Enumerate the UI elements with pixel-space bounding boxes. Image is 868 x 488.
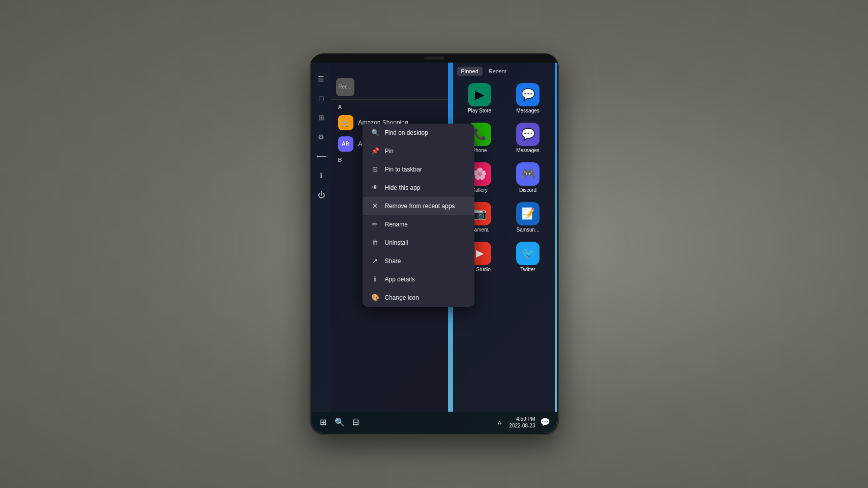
context-menu-item-remove-recent[interactable]: ✕ Remove from recent apps [363,197,474,215]
pinned-app-twitter[interactable]: 🐦 Twitter [505,239,551,275]
rename-label: Rename [385,221,408,228]
pin-taskbar-icon: ⊞ [371,165,380,174]
context-menu-item-uninstall[interactable]: 🗑 Uninstall [363,234,474,252]
remove-recent-icon: ✕ [371,202,380,211]
messages-icon-2: 💬 [516,123,540,146]
change-icon-label: Change icon [385,294,419,301]
twitter-icon: 🐦 [516,242,540,265]
phone-frame: ☰ ◻ ⊞ ⚙ ⟵ ℹ ⏻ Rec... A 🛒 [310,53,559,435]
rename-icon: ✏ [371,220,380,229]
section-header-a: A [331,102,448,112]
discord-label: Discord [519,187,536,193]
context-menu-item-pin[interactable]: 📌 Pin [363,142,474,160]
taskbar-chat-icon[interactable]: 💬 [540,417,551,428]
discord-icon: 🎮 [516,162,540,186]
pin-icon: 📌 [371,147,380,156]
messages-icon-1: 💬 [516,83,540,106]
remove-recent-label: Remove from recent apps [385,203,455,210]
phone-camera [424,56,444,60]
context-menu-item-pin-taskbar[interactable]: ⊞ Pin to taskbar [363,160,474,179]
hide-icon: 👁 [371,183,380,192]
context-menu-item-share[interactable]: ↗ Share [363,252,474,270]
find-on-desktop-icon: 🔍 [371,128,380,137]
tab-recent[interactable]: Recent [485,67,511,76]
taskbar-left: ⊞ 🔍 ⊟ [318,417,362,428]
pin-taskbar-label: Pin to taskbar [385,166,422,173]
sidebar-icon-power[interactable]: ⏻ [315,189,327,201]
sidebar-icon-usb[interactable]: ⟵ [315,150,327,162]
tab-pinned[interactable]: Pinned [457,67,483,76]
context-menu-item-rename[interactable]: ✏ Rename [363,215,474,234]
find-on-desktop-label: Find on desktop [385,129,428,136]
uninstall-label: Uninstall [385,239,408,246]
pinned-app-play-store[interactable]: ▶ Play Store [457,80,502,117]
app-details-label: App details [385,276,415,283]
phone-top-bar [310,53,559,63]
samsung-notes-icon: 📝 [516,202,540,225]
recent-app-icon[interactable]: Rec... [336,78,354,96]
taskbar-right: ∧ 4:59 PM 2022-08-23 💬 [494,416,550,429]
share-icon: ↗ [371,256,380,266]
sidebar-icon-settings[interactable]: ⚙ [315,131,327,143]
amazon-icon: 🛒 [338,115,353,130]
pin-label: Pin [385,148,394,155]
context-menu-item-app-details[interactable]: ℹ App details [363,270,474,289]
messages-label-1: Messages [516,108,540,113]
hide-label: Hide this app [385,184,421,191]
taskbar-windows-button[interactable]: ⊞ [318,417,329,428]
sidebar-icon-grid[interactable]: ⊞ [315,111,327,124]
ar-zone-icon: AR [338,136,353,152]
change-icon-icon: 🎨 [371,293,380,302]
samsung-notes-label: Samsun... [516,227,539,233]
sidebar-icon-apps[interactable]: ◻ [315,92,327,104]
taskbar: ⊞ 🔍 ⊟ ∧ 4:59 PM 2022-08-23 💬 [312,412,557,433]
left-sidebar: ☰ ◻ ⊞ ⚙ ⟵ ℹ ⏻ [312,63,331,412]
pinned-app-discord[interactable]: 🎮 Discord [505,159,551,196]
pinned-app-samsung-notes[interactable]: 📝 Samsun... [505,199,551,236]
pinned-tabs: Pinned Recent [457,67,551,76]
pinned-app-messages-2[interactable]: 💬 Messages [505,120,551,156]
context-menu-item-hide[interactable]: 👁 Hide this app [363,179,474,197]
phone-label: Phone [472,148,487,153]
uninstall-icon: 🗑 [371,238,380,247]
drawer-recent-section: Rec... [331,63,448,100]
taskbar-expand-icon[interactable]: ∧ [494,417,505,428]
app-details-icon: ℹ [371,275,380,284]
taskbar-time-display: 4:59 PM [509,416,535,422]
twitter-label: Twitter [520,267,535,272]
share-label: Share [385,257,401,265]
play-store-label: Play Store [468,108,491,113]
phone-wrapper: ☰ ◻ ⊞ ⚙ ⟵ ℹ ⏻ Rec... A 🛒 [310,53,559,435]
play-store-icon: ▶ [468,83,491,106]
sidebar-icon-info[interactable]: ℹ [315,169,327,182]
context-menu: 🔍 Find on desktop 📌 Pin ⊞ Pin to taskbar… [363,124,474,307]
sidebar-icon-menu[interactable]: ☰ [315,73,327,85]
taskbar-search-button[interactable]: 🔍 [334,417,345,428]
taskbar-clock: 4:59 PM 2022-08-23 [509,416,535,429]
taskbar-task-view-button[interactable]: ⊟ [350,417,362,428]
pinned-app-messages-1[interactable]: 💬 Messages [505,80,551,117]
context-menu-item-find-on-desktop[interactable]: 🔍 Find on desktop [363,124,474,142]
context-menu-item-change-icon[interactable]: 🎨 Change icon [363,289,474,307]
messages-label-2: Messages [516,148,540,153]
taskbar-date-display: 2022-08-23 [509,422,535,429]
screen: ☰ ◻ ⊞ ⚙ ⟵ ℹ ⏻ Rec... A 🛒 [312,63,557,433]
